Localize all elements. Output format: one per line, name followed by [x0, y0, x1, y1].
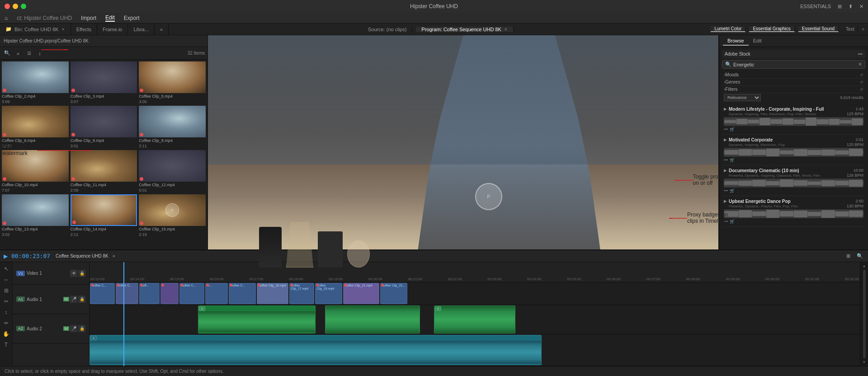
slip-tool[interactable]: ↕ [1, 307, 11, 317]
list-item[interactable]: Coffee Clip_5.mp4 3:00 [139, 61, 206, 104]
dots-icon[interactable]: ••• [724, 158, 728, 162]
tab-library[interactable]: Libra... [128, 24, 155, 35]
tl-search-button[interactable]: 🔍 [855, 252, 864, 261]
tl-settings-button[interactable]: ⊞ [844, 252, 853, 261]
tab-frameio[interactable]: Frame.io [97, 24, 128, 35]
list-item[interactable]: Coffee Clip_12.mp4 5:01 [139, 150, 206, 193]
track-select-tool[interactable]: ↔ [1, 275, 11, 285]
list-item[interactable]: P Coffee Clip_15.mp4 2:19 [139, 194, 206, 237]
audio-clip[interactable]: A [198, 306, 316, 334]
menu-edit[interactable]: Edit [105, 14, 115, 22]
menu-import[interactable]: Import [81, 15, 96, 21]
browse-tab[interactable]: Browse [723, 37, 749, 46]
close-button[interactable] [5, 4, 10, 9]
tab-project-close[interactable]: ✕ [61, 27, 65, 32]
video-clip[interactable]: Coffee Clip_19.mp4 [315, 283, 342, 304]
menu-export[interactable]: Export [124, 15, 140, 21]
tab-project[interactable]: 📁 Bin: Coffee UHD 8K ✕ [0, 24, 71, 35]
selection-tool[interactable]: ↖ [1, 264, 11, 274]
video-clip[interactable]: Coffee Clip_21... [380, 283, 407, 304]
list-item[interactable]: Coffee Clip_6.mp4 12:20 [2, 106, 69, 148]
search-box[interactable]: 🔍 ✕ [722, 60, 865, 69]
cart-icon[interactable]: 🛒 [730, 188, 735, 193]
filter-filters[interactable]: › Filters ↺ [722, 86, 865, 93]
tab-essential-graphics[interactable]: Essential Graphics [749, 26, 794, 32]
video-clip[interactable]: Coffee Clip_17.mp4 [289, 283, 314, 304]
scroll-up[interactable]: ▲ [863, 264, 866, 268]
cart-icon[interactable]: 🛒 [730, 158, 735, 162]
video-clip[interactable]: Coffee C... [90, 283, 115, 304]
video-clip[interactable]: Coffee C... [179, 283, 204, 304]
scroll-down[interactable]: ▼ [863, 360, 866, 364]
edit-tab[interactable]: Edit [749, 37, 766, 46]
filter-moods[interactable]: › Moods ↺ [722, 71, 865, 79]
filter-genres[interactable]: › Genres ↺ [722, 79, 865, 86]
list-item[interactable]: ▶ Motivated Corporate Dynamic, Inspiring… [722, 135, 865, 165]
title-icon-3[interactable]: ✕ [859, 4, 863, 9]
tab-program-close[interactable]: ✕ [504, 27, 508, 32]
video-clip[interactable]: Coff... [139, 283, 160, 304]
mic-button[interactable]: 🎤 [70, 296, 77, 303]
tab-lumetri[interactable]: Lumetri Color [711, 26, 745, 32]
tab-essential-sound[interactable]: Essential Sound [798, 26, 839, 32]
list-item[interactable]: ▶ Upbeat Energetic Dance Pop Powerful, D… [722, 196, 865, 227]
title-icon-1[interactable]: ⊞ [838, 4, 842, 9]
ripple-tool[interactable]: ⊞ [1, 286, 11, 296]
clear-search-icon[interactable]: ✕ [858, 61, 862, 67]
play-icon[interactable]: ▶ [724, 168, 727, 173]
minimize-button[interactable] [13, 4, 18, 9]
lock-button[interactable]: 🔒 [78, 270, 85, 277]
play-icon[interactable]: ▶ [724, 107, 727, 111]
razor-tool[interactable]: ✂ [1, 296, 11, 306]
eye-button[interactable]: 👁 [70, 270, 77, 277]
adobe-stock-more[interactable]: ••• [858, 52, 863, 56]
mic-button[interactable]: 🎤 [70, 325, 77, 332]
home-icon[interactable]: ⌂ [5, 15, 8, 21]
list-item[interactable]: Coffee Clip_13.mp4 3:02 [2, 194, 69, 237]
audio-clip[interactable]: A [434, 306, 515, 334]
list-item[interactable]: Coffee Clip_9.mp4 2:11 [139, 106, 206, 148]
sound-meta-right: 2:01 120 BPM [847, 137, 863, 147]
tab-program[interactable]: Program: Coffee Sequence UHD 8K ✕ [416, 27, 514, 32]
list-item[interactable]: Coffee Clip_3.mp4 3:07 [71, 61, 137, 104]
list-item[interactable]: Coffee Clip_11.mp4 2:09 [71, 150, 137, 193]
a2-m-button[interactable]: M [63, 326, 70, 331]
video-clip[interactable]: Coffee C... [116, 283, 138, 304]
a1-m-button[interactable]: M [63, 297, 70, 301]
tab-more[interactable]: » [155, 24, 169, 35]
video-clip[interactable]: Fr... [205, 283, 228, 304]
video-clip[interactable]: Coffee Clip_21.mp4 [343, 283, 379, 304]
audio-clip[interactable] [325, 306, 420, 334]
list-item[interactable]: Coffee Clip_2.mp4 3:09 [2, 61, 69, 104]
title-icon-2[interactable]: ⬆ [849, 4, 853, 9]
video-clip[interactable] [160, 283, 179, 304]
list-item[interactable]: Coffee Clip_8.mp4 3:01 [71, 106, 137, 148]
tab-more-right[interactable]: » [862, 27, 864, 32]
dots-icon[interactable]: ••• [724, 127, 728, 132]
maximize-button[interactable] [21, 4, 26, 9]
cart-icon[interactable]: 🛒 [730, 127, 735, 132]
list-item[interactable]: ▶ Modern Lifestyle - Corporate, Inspirin… [722, 104, 865, 135]
scroll-track[interactable] [863, 270, 866, 358]
hand-tool[interactable]: ✋ [1, 329, 11, 339]
play-icon[interactable]: ▶ [724, 199, 727, 203]
audio-clip-2[interactable]: A [90, 335, 542, 365]
pen-tool[interactable]: ✏ [1, 318, 11, 328]
tab-text[interactable]: Text [842, 27, 858, 32]
play-icon[interactable]: ▶ [724, 137, 727, 142]
tab-effects[interactable]: Effects [71, 24, 97, 35]
lock-button[interactable]: 🔒 [78, 296, 85, 303]
lock-button[interactable]: 🔒 [78, 325, 85, 332]
relevance-select[interactable]: Relevance Most Popular Newest [724, 94, 761, 101]
list-item[interactable]: Coffee Clip_10.mp4 7:07 [2, 150, 69, 193]
dots-icon[interactable]: ••• [724, 188, 728, 193]
cart-icon[interactable]: 🛒 [730, 219, 735, 224]
search-input[interactable] [733, 62, 856, 67]
video-clip[interactable]: Coffee Clip_18.mp4 [257, 283, 288, 304]
list-item[interactable]: Coffee Clip_14.mp4 2:11 [71, 194, 137, 237]
results-count: 9,619 results [840, 95, 863, 100]
text-tool[interactable]: T [1, 340, 11, 350]
list-item[interactable]: ▶ Documentary Cinematic (10 min) Powerfu… [722, 165, 865, 196]
video-clip[interactable]: Coffee C... [229, 283, 256, 304]
tab-source[interactable]: Source: (no clips) [363, 27, 413, 32]
